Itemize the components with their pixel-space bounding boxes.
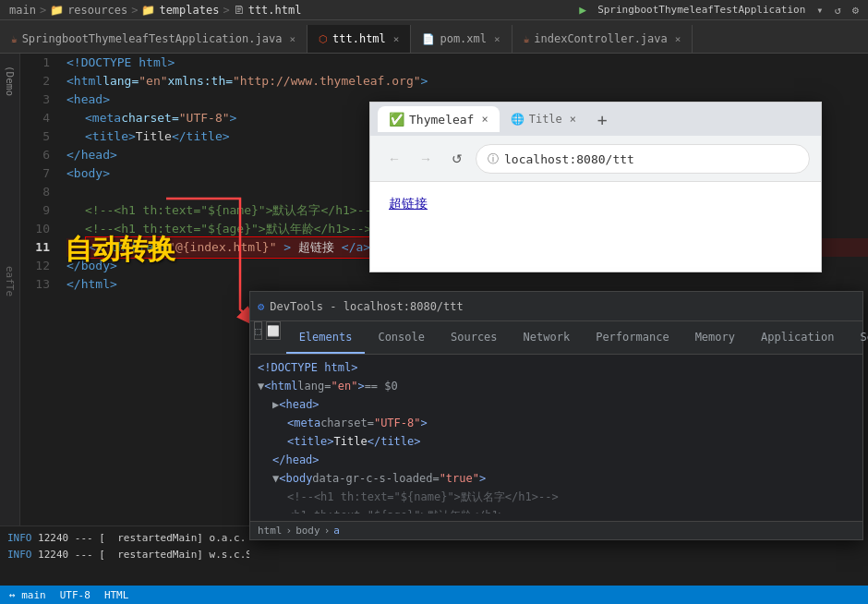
- devtools-tabs: ⬚ ⬜ Elements Console Sources Network Per…: [250, 321, 862, 355]
- breadcrumb-templates[interactable]: templates: [159, 4, 219, 17]
- url-text: localhost:8080/ttt: [504, 152, 634, 166]
- back-button[interactable]: ←: [381, 146, 407, 172]
- browser-tab-title[interactable]: 🌐 Title ×: [500, 106, 587, 132]
- java-icon2: ☕: [524, 33, 530, 45]
- tab-close-springboot[interactable]: ×: [289, 33, 295, 45]
- console-area: INFO 12240 --- [ restartedMain] o.a.c. I…: [0, 525, 249, 586]
- line-num-7: 7: [20, 164, 50, 183]
- dt-title-close: </title>: [368, 432, 421, 451]
- body-open: <body>: [66, 164, 110, 183]
- xmlns-val: "http://www.thymeleaf.org": [233, 72, 421, 91]
- dt-line-html: ▼ <html lang="en" > == $0: [258, 377, 855, 395]
- dt-dollar: == $0: [365, 377, 398, 395]
- line-num-8: 8: [20, 183, 50, 201]
- devtools-inspect-btn[interactable]: ⬚: [254, 321, 262, 340]
- meta-close: >: [230, 109, 237, 127]
- refresh-icon[interactable]: ↺: [835, 4, 841, 17]
- dt-expand-html[interactable]: ▼: [258, 377, 264, 395]
- line-num-6: 6: [20, 146, 50, 164]
- browser-tab-title-label: Title: [529, 113, 562, 126]
- tab-ttt-html[interactable]: ⬡ ttt.html ×: [307, 25, 411, 53]
- tab-close-pom[interactable]: ×: [494, 33, 500, 45]
- dropdown-icon[interactable]: ▾: [816, 4, 823, 17]
- breadcrumb-resources[interactable]: resources: [67, 4, 127, 17]
- meta-open: <meta: [85, 109, 121, 127]
- dt-title-text: Title: [334, 432, 368, 451]
- browser-tab-thymeleaf-label: Thymeleaf: [409, 113, 474, 127]
- log-line-2: INFO 12240 --- [ restartedMain] w.s.c.S: [7, 546, 242, 562]
- thymeleaf-favicon: ✅: [389, 112, 404, 127]
- line-num-4: 4: [20, 109, 50, 127]
- lang-val: "en": [139, 72, 167, 91]
- dt-expand-head[interactable]: ▶: [272, 395, 279, 414]
- reload-button[interactable]: ↺: [444, 146, 470, 172]
- breadcrumb-folder-icon: 📁: [50, 4, 64, 17]
- devtools-breadcrumb: html › body › a: [250, 521, 862, 539]
- tab-bar: ☕ SpringbootThymeleafTestApplication.jav…: [0, 20, 868, 54]
- line-num-2: 2: [20, 72, 50, 91]
- browser-window[interactable]: ✅ Thymeleaf × 🌐 Title × + ← → ↺ ⓘ localh…: [369, 102, 822, 272]
- browser-chrome: ✅ Thymeleaf × 🌐 Title × + ← → ↺ ⓘ localh…: [370, 103, 821, 182]
- devtools-tab-application[interactable]: Application: [748, 321, 847, 354]
- th-href-val: "@{index.html}": [168, 240, 276, 254]
- devtools-mobile-btn[interactable]: ⬜: [266, 321, 281, 340]
- devtools-title-text: DevTools - localhost:8080/ttt: [270, 300, 464, 313]
- browser-tab-thymeleaf-close[interactable]: ×: [481, 113, 488, 126]
- dt-bc-a[interactable]: a: [333, 525, 340, 537]
- java-icon: ☕: [11, 33, 18, 45]
- devtools-tab-performance[interactable]: Performance: [583, 321, 681, 354]
- new-tab-button[interactable]: +: [591, 108, 613, 130]
- line-num-5: 5: [20, 127, 50, 146]
- tab-index-controller[interactable]: ☕ indexController.java ×: [512, 25, 693, 53]
- dt-line-h1-age: <h1 th:text="${age}">默认年龄</h1>: [258, 506, 855, 513]
- dt-data-gr-attr: data-gr-c-s-loaded=: [312, 469, 439, 488]
- lock-icon: ⓘ: [488, 151, 499, 167]
- dt-comment-name: <!--<h1 th:text="${name}">默认名字</h1>-->: [287, 488, 559, 506]
- browser-body: 超链接: [370, 182, 821, 272]
- devtools-tab-sources[interactable]: Sources: [438, 321, 511, 354]
- dt-meta: <meta: [287, 414, 320, 432]
- devtools-window[interactable]: ⚙ DevTools - localhost:8080/ttt ⬚ ⬜ Elem…: [249, 291, 863, 540]
- xmlns-attr: xmlns:th=: [168, 72, 233, 91]
- a-open: <a: [89, 240, 103, 254]
- devtools-tab-console[interactable]: Console: [365, 321, 438, 354]
- html-close: </html>: [66, 275, 117, 294]
- forward-button[interactable]: →: [413, 146, 439, 172]
- log-level-1: INFO: [7, 532, 32, 544]
- dt-line-head: ▶ <head>: [258, 395, 855, 414]
- dt-bc-html[interactable]: html: [258, 525, 283, 537]
- settings-icon[interactable]: ⚙: [852, 4, 859, 17]
- tab-close-ttt[interactable]: ×: [393, 33, 400, 45]
- devtools-tab-elements[interactable]: Elements: [286, 321, 366, 354]
- tab-pom-xml[interactable]: 📄 pom.xml ×: [411, 25, 512, 53]
- code-line-1: <!DOCTYPE html>: [66, 54, 868, 72]
- address-bar[interactable]: ⓘ localhost:8080/ttt: [476, 144, 810, 174]
- dt-bc-body[interactable]: body: [295, 525, 320, 537]
- browser-tab-bar: ✅ Thymeleaf × 🌐 Title × +: [370, 103, 821, 136]
- a-close-bracket: >: [283, 240, 291, 254]
- dt-expand-body[interactable]: ▼: [272, 469, 279, 488]
- devtools-tab-security[interactable]: Security: [847, 321, 868, 354]
- dt-line-doctype: <!DOCTYPE html>: [258, 358, 855, 377]
- tab-springboot-java[interactable]: ☕ SpringbootThymeleafTestApplication.jav…: [0, 25, 307, 53]
- breadcrumb-bar: main > 📁 resources > 📁 templates > 🖹 ttt…: [0, 0, 868, 20]
- log-content-1: 12240 --- [ restartedMain] o.a.c.: [32, 532, 247, 544]
- highlighted-code-line11: <a th:href="@{index.html}" > 超链接 </a>: [85, 236, 374, 259]
- browser-nav: ← → ↺ ⓘ localhost:8080/ttt: [370, 136, 821, 182]
- browser-tab-title-close[interactable]: ×: [570, 113, 576, 126]
- browser-tab-thymeleaf[interactable]: ✅ Thymeleaf ×: [378, 106, 500, 132]
- devtools-tab-memory[interactable]: Memory: [682, 321, 748, 354]
- breadcrumb-folder-icon2: 📁: [141, 4, 155, 17]
- tab-close-controller[interactable]: ×: [675, 33, 681, 45]
- app-run-button[interactable]: ▶: [579, 3, 586, 17]
- dt-doctype: <!DOCTYPE html>: [258, 358, 357, 377]
- dt-line-meta: <meta charset="UTF-8" >: [258, 414, 855, 432]
- devtools-header: ⚙ DevTools - localhost:8080/ttt: [250, 292, 862, 321]
- dt-bc-sep2: ›: [324, 525, 331, 537]
- browser-hyperlink[interactable]: 超链接: [389, 196, 428, 211]
- line-num-10: 10: [20, 220, 50, 238]
- dt-line-comment1: <!--<h1 th:text="${name}">默认名字</h1>-->: [258, 488, 855, 506]
- devtools-tab-network[interactable]: Network: [511, 321, 584, 354]
- dt-line-head-close: </head>: [258, 451, 855, 469]
- panel-label: (Demo: [4, 66, 16, 96]
